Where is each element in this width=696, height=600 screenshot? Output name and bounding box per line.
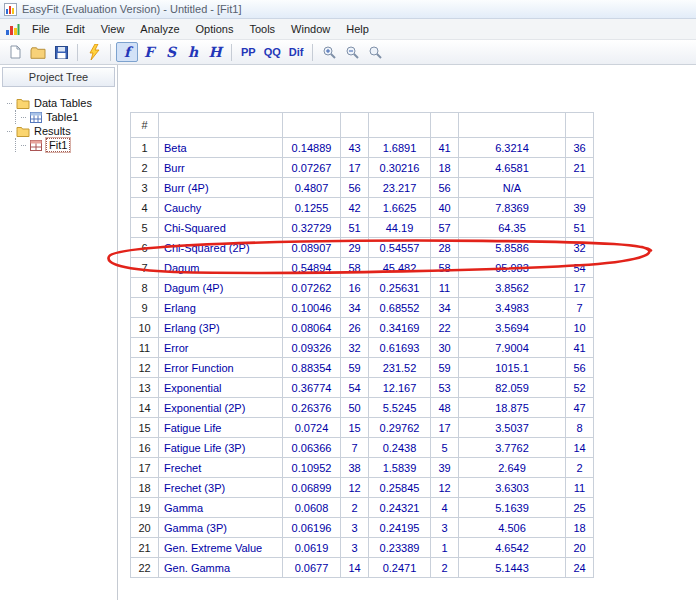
header-cell [566, 113, 594, 138]
cell-cs-statistic: 4.6581 [459, 158, 566, 178]
zoom-out-icon [345, 45, 360, 60]
header-cell [369, 113, 431, 138]
table-row[interactable]: 21 Gen. Extreme Value 0.0619 3 0.23389 1… [131, 538, 594, 558]
dif-plot-button[interactable]: Dif [285, 42, 308, 62]
open-button[interactable] [26, 42, 50, 62]
table-row[interactable]: 6 Chi-Squared (2P) 0.08907 29 0.54557 28… [131, 238, 594, 258]
cell-ks-statistic: 0.4807 [283, 178, 341, 198]
menu-analyze[interactable]: Analyze [132, 20, 187, 38]
cell-cs-rank: 21 [566, 158, 594, 178]
table-row[interactable]: 18 Frechet (3P) 0.06899 12 0.25845 12 3.… [131, 478, 594, 498]
cell-ks-statistic: 0.09326 [283, 338, 341, 358]
table-icon [30, 112, 42, 123]
cell-cs-statistic: 3.8562 [459, 278, 566, 298]
cell-ks-rank: 17 [341, 158, 369, 178]
tree-label-results: Results [34, 125, 71, 137]
table-row[interactable]: 22 Gen. Gamma 0.0677 14 0.2471 2 5.1443 … [131, 558, 594, 578]
cell-cs-rank: 51 [566, 218, 594, 238]
table-row[interactable]: 16 Fatigue Life (3P) 0.06366 7 0.2438 5 … [131, 438, 594, 458]
table-row[interactable]: 12 Error Function 0.88354 59 231.52 59 1… [131, 358, 594, 378]
cell-ad-rank: 30 [431, 338, 459, 358]
table-row[interactable]: 10 Erlang (3P) 0.08064 26 0.34169 22 3.5… [131, 318, 594, 338]
cell-distribution: Exponential (2P) [159, 398, 283, 418]
table-row[interactable]: 7 Dagum 0.54894 58 45.482 58 95.983 54 [131, 258, 594, 278]
tree-label-data-tables: Data Tables [34, 97, 92, 109]
table-row[interactable]: 15 Fatigue Life 0.0724 15 0.29762 17 3.5… [131, 418, 594, 438]
cell-cs-rank [566, 178, 594, 198]
header-cell [283, 113, 341, 138]
tree-item-table1[interactable]: Table1 [21, 110, 115, 124]
cell-ad-rank: 4 [431, 498, 459, 518]
table-row[interactable]: 8 Dagum (4P) 0.07262 16 0.25631 11 3.856… [131, 278, 594, 298]
menu-edit[interactable]: Edit [58, 20, 93, 38]
cell-cs-statistic: 18.875 [459, 398, 566, 418]
cell-ks-statistic: 0.0619 [283, 538, 341, 558]
zoom-in-button[interactable] [318, 42, 341, 62]
folder-icon [16, 98, 30, 109]
zoom-reset-button[interactable] [364, 42, 387, 62]
table-row[interactable]: 9 Erlang 0.10046 34 0.68552 34 3.4983 7 [131, 298, 594, 318]
zoom-out-button[interactable] [341, 42, 364, 62]
cell-index: 2 [131, 158, 159, 178]
cell-distribution: Error Function [159, 358, 283, 378]
cell-ks-rank: 7 [341, 438, 369, 458]
menu-file[interactable]: File [24, 20, 58, 38]
cell-ks-statistic: 0.0608 [283, 498, 341, 518]
cell-cs-rank: 14 [566, 438, 594, 458]
tree-item-data-tables[interactable]: Data Tables [7, 96, 115, 110]
menu-view[interactable]: View [93, 20, 133, 38]
cell-cs-rank: 47 [566, 398, 594, 418]
cell-cs-rank: 7 [566, 298, 594, 318]
cell-ks-rank: 16 [341, 278, 369, 298]
fit-distributions-button[interactable] [83, 42, 105, 62]
table-row[interactable]: 5 Chi-Squared 0.32729 51 44.19 57 64.35 … [131, 218, 594, 238]
table-row[interactable]: 14 Exponential (2P) 0.26376 50 5.5245 48… [131, 398, 594, 418]
cum-hazard-button[interactable]: H [204, 42, 226, 62]
table-row[interactable]: 1 Beta 0.14889 43 1.6891 41 6.3214 36 [131, 138, 594, 158]
qq-plot-button[interactable]: QQ [260, 42, 285, 62]
cell-ks-statistic: 0.06366 [283, 438, 341, 458]
cell-cs-rank: 52 [566, 378, 594, 398]
menu-tools[interactable]: Tools [241, 20, 283, 38]
cell-ad-statistic: 23.217 [369, 178, 431, 198]
table-row[interactable]: 20 Gamma (3P) 0.06196 3 0.24195 3 4.506 … [131, 518, 594, 538]
cdf-button[interactable]: F [138, 42, 160, 62]
toolbar-separator [110, 44, 111, 61]
table-row[interactable]: 11 Error 0.09326 32 0.61693 30 7.9004 41 [131, 338, 594, 358]
cell-distribution: Frechet [159, 458, 283, 478]
cell-ad-statistic: 12.167 [369, 378, 431, 398]
folder-icon [16, 126, 30, 137]
table-row[interactable]: 19 Gamma 0.0608 2 0.24321 4 5.1639 25 [131, 498, 594, 518]
tree-item-results[interactable]: Results [7, 124, 115, 138]
table-row[interactable]: 4 Cauchy 0.1255 42 1.6625 40 7.8369 39 [131, 198, 594, 218]
tree-label-table1: Table1 [46, 111, 78, 123]
cell-ks-statistic: 0.54894 [283, 258, 341, 278]
tree-item-fit1[interactable]: Fit1 [21, 138, 115, 152]
save-button[interactable] [50, 42, 72, 62]
menu-window[interactable]: Window [283, 20, 338, 38]
menu-help[interactable]: Help [338, 20, 377, 38]
cell-cs-statistic: 3.6303 [459, 478, 566, 498]
new-document-button[interactable] [4, 42, 26, 62]
cell-index: 21 [131, 538, 159, 558]
table-row[interactable]: 3 Burr (4P) 0.4807 56 23.217 56 N/A [131, 178, 594, 198]
pdf-button[interactable]: f [116, 42, 138, 62]
cell-ks-statistic: 0.32729 [283, 218, 341, 238]
survival-button[interactable]: S [160, 42, 182, 62]
cell-cs-statistic: 3.5694 [459, 318, 566, 338]
cell-ad-rank: 12 [431, 478, 459, 498]
cell-distribution: Gamma (3P) [159, 518, 283, 538]
table-row[interactable]: 13 Exponential 0.36774 54 12.167 53 82.0… [131, 378, 594, 398]
table-row[interactable]: 2 Burr 0.07267 17 0.30216 18 4.6581 21 [131, 158, 594, 178]
project-tree-panel: Project Tree Data Tables Table1 Results [0, 65, 118, 600]
menu-options[interactable]: Options [188, 20, 242, 38]
cell-cs-statistic: 5.8586 [459, 238, 566, 258]
pp-plot-button[interactable]: PP [237, 42, 260, 62]
open-folder-icon [30, 46, 46, 59]
cell-distribution: Burr [159, 158, 283, 178]
hazard-button[interactable]: h [182, 42, 204, 62]
cell-index: 5 [131, 218, 159, 238]
cell-cs-rank: 11 [566, 478, 594, 498]
table-row[interactable]: 17 Frechet 0.10952 38 1.5839 39 2.649 2 [131, 458, 594, 478]
cell-ks-statistic: 0.1255 [283, 198, 341, 218]
